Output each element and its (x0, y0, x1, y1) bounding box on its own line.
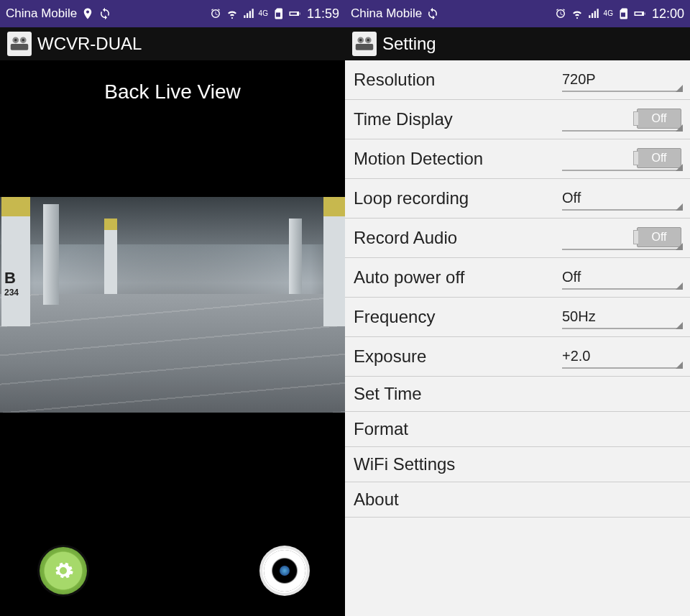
setting-label: Auto power off (354, 267, 562, 288)
network-4g-label: 4G (604, 10, 613, 17)
app-icon (352, 32, 377, 56)
setting-time-display[interactable]: Time Display Off (345, 100, 690, 139)
svg-point-9 (367, 39, 370, 42)
settings-list: Resolution 720P Time Display Off Motion … (345, 60, 690, 616)
app-header-right: Setting (345, 27, 690, 60)
setting-label: Motion Detection (354, 149, 562, 169)
setting-label: Resolution (354, 70, 562, 90)
carrier-label: China Mobile (351, 6, 422, 21)
sim-icon (272, 7, 285, 20)
setting-set-time[interactable]: Set Time (345, 377, 690, 412)
app-header-left: WCVR-DUAL (0, 27, 345, 60)
setting-format[interactable]: Format (345, 412, 690, 447)
phone-right-settings: China Mobile 4G 12:00 Setting Resolution… (345, 0, 690, 616)
svg-rect-5 (356, 44, 374, 50)
signal-icon (242, 7, 255, 20)
live-view-title: Back Live View (0, 60, 345, 104)
live-view-area: Back Live View B 234 (0, 60, 345, 616)
status-bar-right: China Mobile 4G 12:00 (345, 0, 690, 27)
dropdown-caret-icon (676, 362, 683, 369)
setting-auto-power-off[interactable]: Auto power off Off (345, 258, 690, 298)
battery-icon (633, 7, 646, 20)
toggle-switch[interactable]: Off (637, 148, 681, 168)
dropdown-caret-icon (676, 85, 683, 92)
carrier-label: China Mobile (6, 6, 77, 21)
setting-control: Off (562, 147, 681, 171)
setting-motion-detection[interactable]: Motion Detection Off (345, 139, 690, 179)
dropdown-caret-icon (676, 124, 683, 132)
bottom-controls (0, 547, 345, 594)
status-time: 12:00 (652, 6, 684, 22)
sim-icon (617, 7, 630, 20)
setting-control: Off (562, 226, 681, 250)
phone-left-live-view: China Mobile 4G 11:59 WCVR-DUAL Back Liv… (0, 0, 345, 616)
setting-frequency[interactable]: Frequency 50Hz (345, 298, 690, 337)
setting-control: Off (562, 107, 681, 132)
setting-label: WiFi Settings (354, 454, 681, 474)
toggle-switch[interactable]: Off (637, 227, 681, 247)
status-time: 11:59 (307, 6, 339, 22)
setting-wifi[interactable]: WiFi Settings (345, 447, 690, 482)
setting-select[interactable]: Off (562, 265, 681, 290)
garage-sign: B 234 (4, 269, 19, 298)
status-bar-left: China Mobile 4G 11:59 (0, 0, 345, 27)
location-icon (81, 7, 94, 20)
dropdown-caret-icon (676, 203, 683, 211)
sync-icon (426, 7, 439, 20)
setting-label: Record Audio (354, 228, 562, 248)
dropdown-caret-icon (676, 164, 683, 171)
wifi-icon (226, 7, 239, 20)
dropdown-caret-icon (676, 282, 683, 290)
setting-about[interactable]: About (345, 482, 690, 518)
alarm-icon (209, 7, 222, 20)
signal-icon (587, 7, 600, 20)
capture-button[interactable] (264, 550, 305, 592)
setting-select[interactable]: 50Hz (562, 305, 681, 329)
setting-select[interactable]: 720P (562, 68, 681, 92)
setting-loop-recording[interactable]: Loop recording Off (345, 179, 690, 219)
setting-label: Loop recording (354, 188, 562, 208)
setting-label: Set Time (354, 384, 681, 404)
setting-label: Format (354, 419, 681, 439)
sync-icon (98, 7, 111, 20)
app-title: Setting (382, 34, 436, 54)
camera-feed[interactable]: B 234 (0, 197, 345, 413)
app-title: WCVR-DUAL (37, 34, 142, 54)
dropdown-caret-icon (676, 322, 683, 329)
toggle-switch[interactable]: Off (637, 109, 681, 129)
svg-point-3 (14, 39, 17, 42)
setting-label: Frequency (354, 307, 562, 327)
setting-select[interactable]: Off (562, 186, 681, 211)
setting-label: Exposure (354, 346, 562, 367)
svg-rect-0 (11, 44, 29, 50)
setting-label: About (354, 489, 681, 510)
setting-label: Time Display (354, 109, 562, 129)
battery-icon (288, 7, 301, 20)
network-4g-label: 4G (259, 10, 268, 17)
alarm-icon (554, 7, 567, 20)
setting-record-audio[interactable]: Record Audio Off (345, 219, 690, 258)
setting-select[interactable]: +2.0 (562, 344, 681, 369)
wifi-icon (571, 7, 584, 20)
dropdown-caret-icon (676, 243, 683, 250)
svg-point-8 (359, 39, 362, 42)
app-icon (7, 32, 32, 56)
settings-button[interactable] (40, 547, 87, 594)
setting-resolution[interactable]: Resolution 720P (345, 60, 690, 100)
setting-exposure[interactable]: Exposure +2.0 (345, 337, 690, 377)
svg-point-4 (22, 39, 25, 42)
